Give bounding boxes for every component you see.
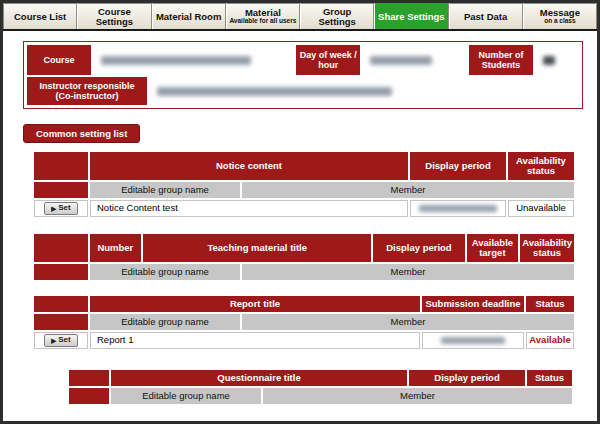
tab-material-room[interactable]: Material Room <box>152 3 226 29</box>
material-group-subheader: Editable group name <box>90 264 240 280</box>
report-deadline-header: Submission deadline <box>422 296 524 312</box>
report-set-cell: ▶Set <box>34 332 88 349</box>
questionnaire-subheader-blank <box>69 388 109 404</box>
table-row: ▶Set Notice Content test Unavailable <box>33 199 575 218</box>
questionnaire-header-row: Questionnaire title Display period Statu… <box>68 369 573 387</box>
notice-header-row: Notice content Display period Availabili… <box>33 151 575 181</box>
course-value <box>93 45 294 75</box>
app-window: Course List Course Settings Material Roo… <box>0 0 600 424</box>
notice-status-cell: Unavailable <box>508 200 574 217</box>
notice-table: Notice content Display period Availabili… <box>33 151 575 218</box>
redacted-day-hour <box>370 56 432 65</box>
tab-bar: Course List Course Settings Material Roo… <box>3 3 597 31</box>
material-period-header: Display period <box>373 234 464 262</box>
tab-share-settings[interactable]: Share Settings <box>374 3 448 29</box>
notice-content-header: Notice content <box>90 152 408 180</box>
common-setting-list-button[interactable]: Common setting list <box>23 124 140 143</box>
questionnaire-subheader-row: Editable group name Member <box>68 387 573 405</box>
report-header-row: Report title Submission deadline Status <box>33 295 575 313</box>
tab-past-data[interactable]: Past Data <box>449 3 523 29</box>
notice-set-button[interactable]: ▶Set <box>44 202 77 215</box>
notice-period-cell <box>410 200 506 217</box>
redacted-student-count <box>543 56 555 65</box>
redacted-deadline <box>441 337 505 344</box>
notice-subheader-blank <box>34 182 88 198</box>
play-icon: ▶ <box>51 205 56 212</box>
instructor-value <box>149 77 579 105</box>
questionnaire-header-blank <box>69 370 109 386</box>
tab-sublabel: Available for all users <box>229 18 296 25</box>
course-info-panel: Course Day of week / hour Number of Stud… <box>23 41 583 109</box>
table-row: ▶Set Report 1 Available <box>33 331 575 350</box>
course-info-row-1: Course Day of week / hour Number of Stud… <box>26 44 580 76</box>
day-of-week-value <box>362 45 467 75</box>
material-target-header: Available target <box>467 234 519 262</box>
tab-label: Group Settings <box>303 7 371 27</box>
report-member-subheader: Member <box>242 314 574 330</box>
questionnaire-title-header: Questionnaire title <box>111 370 407 386</box>
tab-label: Course List <box>14 12 66 22</box>
students-value <box>535 45 579 75</box>
material-subheader-blank <box>34 264 88 280</box>
redacted-course-name <box>101 56 251 65</box>
questionnaire-group-subheader: Editable group name <box>111 388 261 404</box>
notice-header-blank <box>34 152 88 180</box>
students-label: Number of Students <box>469 45 533 75</box>
instructor-label: Instructor responsible (Co-instructor) <box>27 77 147 105</box>
tab-message[interactable]: Message on a class <box>523 3 597 29</box>
set-button-label: Set <box>58 336 70 345</box>
tab-course-settings[interactable]: Course Settings <box>77 3 151 29</box>
questionnaire-period-header: Display period <box>409 370 525 386</box>
material-title-header: Teaching material title <box>143 234 371 262</box>
report-set-button[interactable]: ▶Set <box>44 334 77 347</box>
notice-content-cell: Notice Content test <box>90 200 408 217</box>
tab-label: Material Room <box>156 12 221 22</box>
notice-subheader-row: Editable group name Member <box>33 181 575 199</box>
play-icon: ▶ <box>51 337 56 344</box>
report-title-cell: Report 1 <box>90 332 420 349</box>
report-deadline-cell <box>422 332 524 349</box>
material-number-header: Number <box>90 234 142 262</box>
questionnaire-status-header: Status <box>527 370 572 386</box>
report-header-blank <box>34 296 88 312</box>
tab-label: Course Settings <box>80 7 148 27</box>
tab-material-all-users[interactable]: Material Available for all users <box>226 3 300 29</box>
tab-label: Share Settings <box>378 12 445 22</box>
notice-set-cell: ▶Set <box>34 200 88 217</box>
material-header-row: Number Teaching material title Display p… <box>33 233 575 263</box>
tab-label: Past Data <box>464 12 507 22</box>
report-title-header: Report title <box>90 296 420 312</box>
material-header-blank <box>34 234 88 262</box>
set-button-label: Set <box>58 204 70 213</box>
notice-period-header: Display period <box>410 152 506 180</box>
tab-group-settings[interactable]: Group Settings <box>300 3 374 29</box>
redacted-instructor-names <box>157 87 392 96</box>
report-status-header: Status <box>526 296 574 312</box>
report-table: Report title Submission deadline Status … <box>33 295 575 350</box>
tab-course-list[interactable]: Course List <box>3 3 77 29</box>
material-member-subheader: Member <box>242 264 574 280</box>
tab-sublabel: on a class <box>544 18 575 25</box>
notice-status-header: Availability status <box>508 152 574 180</box>
report-subheader-row: Editable group name Member <box>33 313 575 331</box>
course-label: Course <box>27 45 91 75</box>
redacted-display-period <box>419 205 497 212</box>
notice-member-subheader: Member <box>242 182 574 198</box>
report-status-cell: Available <box>526 332 574 349</box>
report-group-subheader: Editable group name <box>90 314 240 330</box>
report-subheader-blank <box>34 314 88 330</box>
questionnaire-member-subheader: Member <box>263 388 572 404</box>
material-subheader-row: Editable group name Member <box>33 263 575 281</box>
course-info-row-2: Instructor responsible (Co-instructor) <box>26 76 580 106</box>
notice-group-subheader: Editable group name <box>90 182 240 198</box>
material-status-header: Availability status <box>520 234 574 262</box>
material-table: Number Teaching material title Display p… <box>33 233 575 281</box>
questionnaire-table: Questionnaire title Display period Statu… <box>68 369 573 405</box>
day-of-week-label: Day of week / hour <box>296 45 360 75</box>
